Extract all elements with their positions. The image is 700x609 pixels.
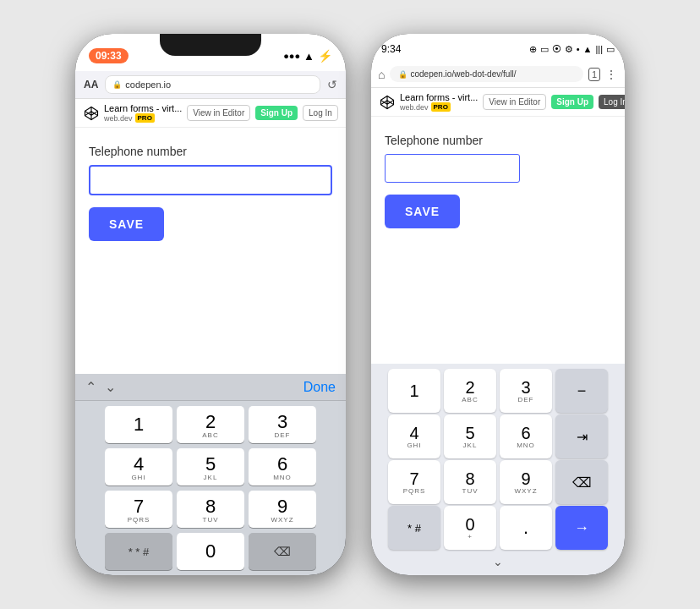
android-key-2[interactable]: 2 ABC bbox=[444, 369, 496, 413]
android-key-tab[interactable]: ⇥ bbox=[555, 414, 608, 458]
android-login-button[interactable]: Log In bbox=[599, 95, 625, 109]
login-button[interactable]: Log In bbox=[303, 105, 338, 121]
android-codepen-domain: web.dev PRO bbox=[400, 102, 478, 112]
android-keyboard: 1 2 ABC 3 DEF − 4 GHI bbox=[371, 364, 625, 575]
ios-keyboard: ⌃ ⌄ Done 1 2ABC 3DEF 4GHI 5JKL 6MNO 7PQR… bbox=[75, 374, 346, 575]
page-content: Telephone number SAVE bbox=[75, 128, 346, 374]
key-0[interactable]: 0 bbox=[177, 533, 244, 570]
codepen-logo-icon bbox=[84, 106, 99, 121]
android-url-bar[interactable]: 🔒 codepen.io/web-dot-dev/full/ bbox=[390, 66, 582, 82]
android-telephone-input[interactable] bbox=[385, 154, 520, 183]
status-time: 09:33 bbox=[89, 48, 129, 63]
keyboard-rows: 1 2ABC 3DEF 4GHI 5JKL 6MNO 7PQRS 8TUV 9W… bbox=[75, 401, 346, 575]
android-key-backspace[interactable]: ⌫ bbox=[555, 460, 608, 504]
android-key-5[interactable]: 5 JKL bbox=[444, 414, 496, 458]
android-view-in-editor-button[interactable]: View in Editor bbox=[483, 94, 546, 110]
aa-button[interactable]: AA bbox=[84, 79, 98, 91]
android-keyboard-row-1: 1 2 ABC 3 DEF − bbox=[376, 369, 620, 413]
android-key-go[interactable]: → bbox=[555, 506, 608, 550]
android-keyboard-row-4: * # 0 + . → bbox=[376, 506, 620, 550]
android-page-content: Telephone number SAVE bbox=[371, 117, 625, 364]
home-icon[interactable]: ⌂ bbox=[378, 68, 385, 81]
signal-icon: ●●● bbox=[283, 51, 300, 61]
next-field-button[interactable]: ⌄ bbox=[105, 379, 116, 395]
key-2[interactable]: 2ABC bbox=[177, 406, 244, 443]
battery-icon-android: ▭ bbox=[606, 44, 615, 55]
notch bbox=[160, 34, 261, 56]
key-1[interactable]: 1 bbox=[105, 406, 172, 443]
keyboard-row-2: 4GHI 5JKL 6MNO bbox=[79, 448, 342, 486]
keyboard-row-3: 7PQRS 8TUV 9WXYZ bbox=[79, 491, 342, 528]
codepen-toolbar: Learn forms - virt... web.dev PRO View i… bbox=[75, 99, 346, 128]
android-telephone-label: Telephone number bbox=[385, 134, 611, 147]
tabs-icon[interactable]: 1 bbox=[588, 68, 600, 81]
android-keyboard-row-3: 7 PQRS 8 TUV 9 WXYZ ⌫ bbox=[376, 460, 620, 504]
android-key-4[interactable]: 4 GHI bbox=[388, 414, 440, 458]
settings-icon: ⚙ bbox=[565, 44, 573, 55]
android-key-0[interactable]: 0 + bbox=[444, 506, 496, 550]
android-save-button[interactable]: SAVE bbox=[385, 195, 460, 228]
android-codepen-info: Learn forms - virt... web.dev PRO bbox=[400, 92, 478, 112]
android-codepen-title: Learn forms - virt... bbox=[400, 92, 478, 102]
android-key-6[interactable]: 6 MNO bbox=[500, 414, 552, 458]
android-key-8[interactable]: 8 TUV bbox=[444, 460, 496, 504]
android-signup-button[interactable]: Sign Up bbox=[551, 95, 593, 109]
android-status-bar: 9:34 ⊕ ▭ ⦿ ⚙ • ▲ ||| ▭ bbox=[371, 34, 625, 61]
left-phone: 09:33 ●●● ▲ ⚡ AA 🔒 codepen.io ↺ Learn fo… bbox=[75, 34, 346, 575]
android-browser-bar: ⌂ 🔒 codepen.io/web-dot-dev/full/ 1 ⋮ bbox=[371, 61, 625, 88]
key-9[interactable]: 9WXYZ bbox=[249, 491, 316, 528]
telephone-input[interactable] bbox=[89, 165, 332, 195]
android-time: 9:34 bbox=[381, 43, 401, 55]
android-key-3[interactable]: 3 DEF bbox=[500, 369, 552, 413]
android-key-minus[interactable]: − bbox=[555, 369, 608, 413]
key-delete[interactable]: ⌫ bbox=[249, 533, 316, 570]
codepen-domain: web.dev PRO bbox=[104, 113, 182, 123]
android-key-symbols[interactable]: * # bbox=[388, 506, 440, 550]
right-phone: 9:34 ⊕ ▭ ⦿ ⚙ • ▲ ||| ▭ ⌂ 🔒 codepen.io/we… bbox=[371, 34, 625, 575]
android-key-9[interactable]: 9 WXYZ bbox=[500, 460, 552, 504]
charging-icon: ⊕ bbox=[529, 44, 537, 55]
android-codepen-toolbar: Learn forms - virt... web.dev PRO View i… bbox=[371, 88, 625, 117]
more-icon: • bbox=[577, 44, 580, 54]
location-icon: ⦿ bbox=[552, 44, 561, 54]
key-4[interactable]: 4GHI bbox=[105, 448, 172, 486]
android-key-7[interactable]: 7 PQRS bbox=[388, 460, 440, 504]
battery-icon: ⚡ bbox=[318, 49, 332, 63]
lock-icon-android: 🔒 bbox=[398, 70, 407, 79]
key-3[interactable]: 3DEF bbox=[249, 406, 316, 443]
keyboard-nav: ⌃ ⌄ bbox=[85, 379, 116, 395]
prev-field-button[interactable]: ⌃ bbox=[85, 379, 96, 395]
signal-icon-android: ||| bbox=[595, 44, 603, 54]
wifi-icon-android: ▲ bbox=[583, 44, 593, 54]
android-keyboard-row-2: 4 GHI 5 JKL 6 MNO ⇥ bbox=[376, 414, 620, 458]
android-keyboard-rows: 1 2 ABC 3 DEF − 4 GHI bbox=[371, 367, 625, 551]
key-symbols[interactable]: * * # bbox=[105, 533, 172, 570]
signup-button[interactable]: Sign Up bbox=[255, 106, 298, 120]
keyboard-toolbar: ⌃ ⌄ Done bbox=[75, 374, 346, 401]
key-8[interactable]: 8TUV bbox=[177, 491, 244, 528]
key-6[interactable]: 6MNO bbox=[249, 448, 316, 486]
android-url-text: codepen.io/web-dot-dev/full/ bbox=[410, 69, 516, 79]
url-bar[interactable]: 🔒 codepen.io bbox=[105, 75, 320, 94]
view-in-editor-button[interactable]: View in Editor bbox=[187, 105, 250, 121]
key-5[interactable]: 5JKL bbox=[177, 448, 244, 486]
wifi-icon: ▲ bbox=[304, 50, 314, 63]
keyboard-done-button[interactable]: Done bbox=[304, 380, 336, 395]
codepen-info: Learn forms - virt... web.dev PRO bbox=[104, 103, 182, 123]
menu-icon[interactable]: ⋮ bbox=[605, 68, 618, 81]
save-button[interactable]: SAVE bbox=[89, 207, 164, 241]
telephone-label: Telephone number bbox=[89, 145, 332, 158]
android-key-1[interactable]: 1 bbox=[388, 369, 440, 413]
url-text: codepen.io bbox=[125, 80, 171, 90]
android-key-dot[interactable]: . bbox=[500, 506, 552, 550]
cast-icon: ▭ bbox=[540, 44, 549, 55]
keyboard-row-1: 1 2ABC 3DEF bbox=[79, 406, 342, 443]
ios-browser-bar: AA 🔒 codepen.io ↺ bbox=[75, 71, 346, 99]
android-status-icons: ⊕ ▭ ⦿ ⚙ • ▲ ||| ▭ bbox=[529, 44, 615, 55]
status-icons: ●●● ▲ ⚡ bbox=[283, 49, 332, 63]
key-7[interactable]: 7PQRS bbox=[105, 491, 172, 528]
keyboard-collapse-icon[interactable]: ⌄ bbox=[371, 551, 625, 572]
reload-icon[interactable]: ↺ bbox=[327, 78, 337, 91]
android-pro-badge: PRO bbox=[431, 102, 451, 112]
lock-icon: 🔒 bbox=[112, 80, 122, 89]
